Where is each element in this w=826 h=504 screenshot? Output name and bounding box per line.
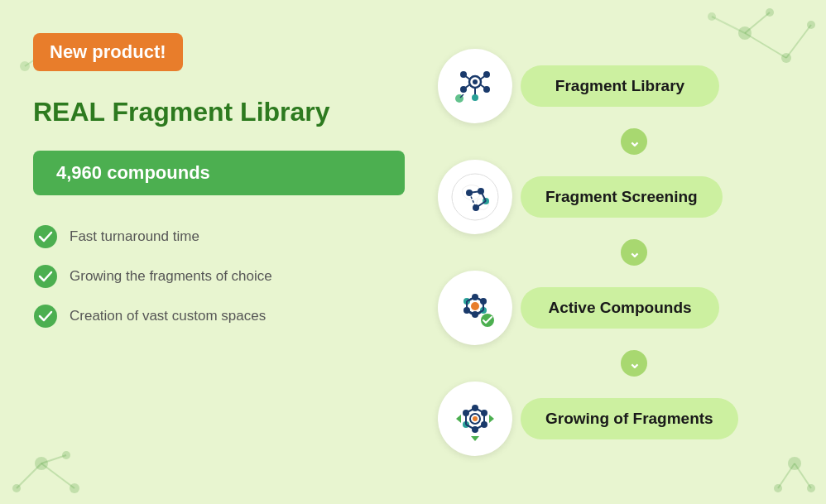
- compounds-badge: 4,960 compounds: [33, 151, 405, 195]
- feature-text-3: Creation of vast custom spaces: [70, 308, 266, 324]
- svg-point-24: [34, 225, 57, 248]
- check-icon-3: [33, 304, 58, 329]
- step-circle-1: [438, 49, 512, 123]
- svg-point-28: [473, 79, 478, 84]
- svg-point-30: [460, 71, 467, 78]
- step-row-4: Growing of Fragments: [421, 382, 793, 456]
- svg-point-26: [34, 305, 57, 328]
- step-circle-2: [438, 160, 512, 234]
- new-product-badge: New product!: [33, 33, 183, 71]
- active-compounds-icon: [446, 279, 504, 337]
- feature-text-1: Fast turnaround time: [70, 228, 199, 245]
- main-title: REAL Fragment Library: [33, 96, 405, 127]
- growing-fragments-icon: [446, 390, 504, 448]
- svg-marker-80: [456, 415, 461, 423]
- step-circle-3: [438, 271, 512, 345]
- step-label-4: Growing of Fragments: [521, 398, 738, 439]
- svg-point-36: [460, 86, 467, 93]
- arrow-3: ⌄: [621, 348, 647, 378]
- svg-point-25: [34, 265, 57, 288]
- feature-text-2: Growing the fragments of choice: [70, 268, 272, 285]
- step-label-3: Active Compounds: [521, 287, 719, 329]
- step-label-1: Fragment Library: [521, 65, 719, 107]
- svg-point-63: [471, 302, 479, 310]
- check-icon-2: [33, 264, 58, 289]
- svg-point-66: [473, 416, 478, 421]
- arrow-1: ⌄: [621, 127, 647, 156]
- svg-marker-81: [471, 436, 479, 441]
- step-row-2: Fragment Screening: [421, 160, 793, 234]
- chevron-icon-3: ⌄: [621, 350, 647, 377]
- chevron-icon-2: ⌄: [621, 239, 647, 266]
- features-list: Fast turnaround time Growing the fragmen…: [33, 224, 405, 329]
- arrow-2: ⌄: [621, 238, 647, 267]
- check-icon-1: [33, 224, 58, 249]
- svg-marker-79: [489, 415, 494, 423]
- feature-item-3: Creation of vast custom spaces: [33, 304, 405, 329]
- step-row-1: Fragment Library: [421, 49, 793, 123]
- step-label-2: Fragment Screening: [521, 176, 723, 218]
- step-circle-4: [438, 382, 512, 456]
- svg-point-32: [483, 71, 490, 78]
- step-row-3: Active Compounds: [421, 271, 793, 345]
- svg-point-34: [483, 86, 490, 93]
- left-panel: New product! REAL Fragment Library 4,960…: [33, 25, 405, 479]
- svg-point-38: [472, 94, 478, 101]
- feature-item-2: Growing the fragments of choice: [33, 264, 405, 289]
- fragment-screening-icon: [446, 168, 504, 226]
- right-panel: Fragment Library ⌄: [421, 25, 793, 479]
- chevron-icon-1: ⌄: [621, 128, 647, 155]
- fragment-library-icon: [446, 57, 504, 115]
- feature-item-1: Fast turnaround time: [33, 224, 405, 249]
